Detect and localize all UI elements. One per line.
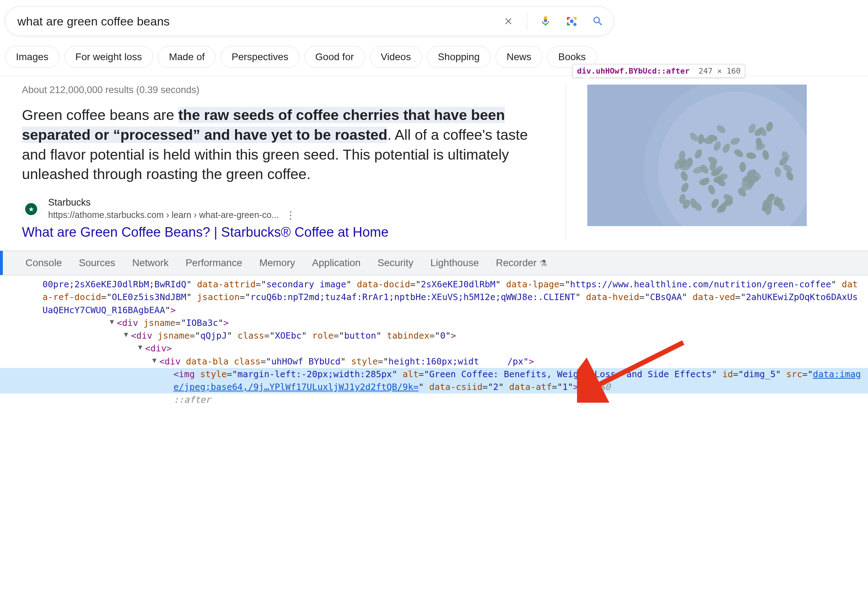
code-line[interactable]: ▼<div> bbox=[0, 342, 868, 355]
tab-memory[interactable]: Memory bbox=[259, 251, 295, 275]
tab-network[interactable]: Network bbox=[132, 251, 169, 275]
more-icon[interactable]: ⋮ bbox=[283, 209, 299, 221]
source-url: https://athome.starbucks.com › learn › w… bbox=[48, 210, 279, 220]
knowledge-image[interactable] bbox=[587, 85, 807, 226]
favicon-icon: ★ bbox=[22, 200, 40, 218]
inspector-tooltip: div.uhHOwf.BYbUcd::after 247 × 160 bbox=[572, 64, 745, 78]
chip-weight-loss[interactable]: For weight loss bbox=[64, 46, 153, 68]
tab-recorder[interactable]: Recorder ⚗ bbox=[496, 251, 547, 275]
code-line[interactable]: 00pre;2sX6eKEJ0dlRbM;BwRIdQ" data-attrid… bbox=[0, 278, 868, 317]
tab-performance[interactable]: Performance bbox=[186, 251, 242, 275]
chip-good-for[interactable]: Good for bbox=[304, 46, 365, 68]
lens-icon[interactable] bbox=[564, 13, 579, 29]
result-stats: About 212,000,000 results (0.39 seconds) bbox=[22, 85, 546, 96]
result-title-link[interactable]: What are Green Coffee Beans? | Starbucks… bbox=[22, 225, 546, 240]
code-line[interactable]: ▼<div data-bla class="uhHOwf BYbUcd" sty… bbox=[0, 355, 868, 368]
chip-shopping[interactable]: Shopping bbox=[427, 46, 491, 68]
code-line[interactable]: ::after bbox=[0, 393, 868, 406]
code-line-selected[interactable]: <img style="margin-left:-20px;width:285p… bbox=[0, 368, 868, 394]
tab-application[interactable]: Application bbox=[312, 251, 361, 275]
devtools-panel: Console Sources Network Performance Memo… bbox=[0, 251, 868, 414]
featured-snippet: Green coffee beans are the raw seeds of … bbox=[22, 105, 546, 184]
mic-icon[interactable] bbox=[538, 13, 553, 29]
search-input[interactable] bbox=[17, 15, 501, 28]
results-area: About 212,000,000 results (0.39 seconds)… bbox=[0, 76, 868, 251]
tooltip-selector: div.uhHOwf.BYbUcd::after bbox=[577, 67, 690, 75]
snippet-prefix: Green coffee beans are bbox=[22, 107, 178, 123]
result-source: ★ Starbucks https://athome.starbucks.com… bbox=[22, 197, 546, 221]
tab-lighthouse[interactable]: Lighthouse bbox=[431, 251, 479, 275]
source-name: Starbucks bbox=[48, 197, 299, 208]
svg-point-7 bbox=[570, 19, 574, 23]
svg-rect-3 bbox=[575, 17, 577, 20]
search-icon[interactable] bbox=[590, 13, 606, 29]
svg-rect-1 bbox=[567, 17, 569, 20]
beaker-icon: ⚗ bbox=[539, 258, 547, 268]
clear-icon[interactable] bbox=[501, 13, 516, 29]
tab-sources[interactable]: Sources bbox=[79, 251, 115, 275]
svg-rect-5 bbox=[567, 22, 569, 25]
chip-made-of[interactable]: Made of bbox=[158, 46, 216, 68]
chip-perspectives[interactable]: Perspectives bbox=[220, 46, 299, 68]
chip-images[interactable]: Images bbox=[5, 46, 60, 68]
devtools-tabs: Console Sources Network Performance Memo… bbox=[0, 251, 868, 275]
chip-news[interactable]: News bbox=[495, 46, 542, 68]
code-line[interactable]: ▼<div jsname="IOBa3c"> bbox=[0, 317, 868, 329]
chip-videos[interactable]: Videos bbox=[370, 46, 422, 68]
tab-console[interactable]: Console bbox=[25, 251, 62, 275]
tooltip-dimensions: 247 × 160 bbox=[699, 67, 741, 75]
search-bar bbox=[5, 6, 614, 36]
active-tab-indicator bbox=[0, 251, 3, 275]
devtools-elements-tree[interactable]: 00pre;2sX6eKEJ0dlRbM;BwRIdQ" data-attrid… bbox=[0, 275, 868, 414]
code-line[interactable]: ▼<div jsname="qQjpJ" class="XOEbc" role=… bbox=[0, 329, 868, 342]
tab-security[interactable]: Security bbox=[378, 251, 413, 275]
svg-point-6 bbox=[573, 23, 577, 26]
separator bbox=[527, 12, 527, 30]
